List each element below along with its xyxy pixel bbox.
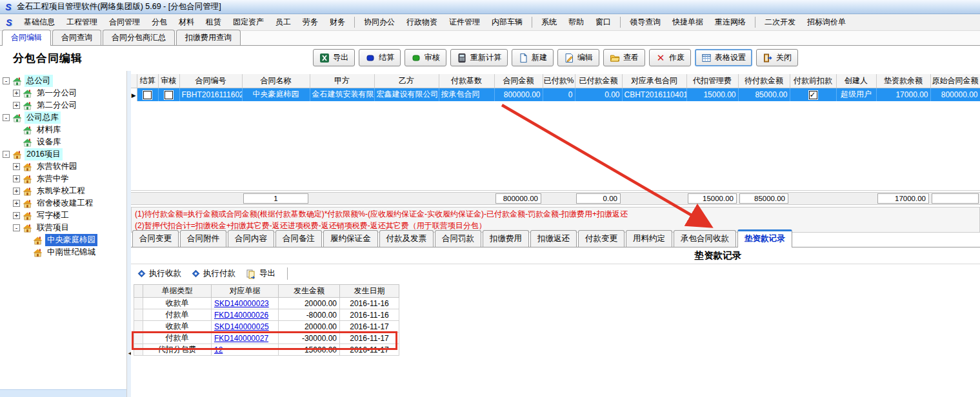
collapse-toggle-icon[interactable]: -	[3, 114, 10, 121]
menu-item[interactable]: 合同管理	[103, 14, 146, 30]
tree-node-label[interactable]: 总公司	[25, 75, 53, 87]
document-link[interactable]: 12	[214, 345, 223, 354]
tab-advance-fund-records[interactable]: 垫资款记录	[737, 229, 792, 247]
expand-toggle-icon[interactable]: +	[13, 200, 20, 207]
detail-row[interactable]: 付款单 FKD140000026 -8000.00 2016-11-16	[134, 309, 399, 321]
detail-export-button[interactable]: 导出	[246, 268, 275, 279]
tab-contract-penalty[interactable]: 合同罚款	[435, 230, 481, 247]
creator-cell[interactable]: 超级用户	[836, 88, 876, 101]
edit-button[interactable]: 编辑	[557, 49, 599, 66]
menu-item[interactable]: 劳务	[297, 14, 324, 30]
column-header[interactable]: 已付款%	[543, 74, 575, 88]
column-header[interactable]: 单据类型	[143, 285, 212, 298]
tab-contract-content[interactable]: 合同内容	[228, 230, 274, 247]
column-header[interactable]: 合同名称	[242, 74, 310, 88]
tree-node-project[interactable]: + 东营软件园	[0, 160, 126, 173]
contract-row-selected[interactable]: ▶ FBHT2016111602 中央豪庭柿园 金石建筑安装有限 宏鑫建设有限公…	[131, 88, 980, 101]
expand-toggle-icon[interactable]: +	[13, 90, 20, 97]
tree-node-label[interactable]: 第一分公司	[35, 87, 79, 99]
pre-payment-deduct-cell[interactable]	[790, 88, 836, 101]
menu-item[interactable]: 内部车辆	[486, 14, 528, 30]
execute-payment-button[interactable]: 执行付款	[192, 268, 235, 279]
withheld-fee-cell[interactable]: 15000.00	[686, 88, 738, 101]
contract-amount-cell[interactable]: 800000.00	[494, 88, 543, 101]
menu-item[interactable]: 二次开发	[759, 14, 801, 30]
settle-cell[interactable]	[137, 88, 158, 101]
expand-toggle-icon[interactable]: +	[13, 102, 20, 109]
paid-amount-cell[interactable]: 0.00	[575, 88, 622, 101]
tab-main-contract-receipts[interactable]: 承包合同收款	[674, 230, 736, 247]
panel-splitter[interactable]: ◄	[126, 71, 131, 397]
view-button[interactable]: 查看	[603, 49, 645, 66]
tab-payment-invoice[interactable]: 付款及发票	[379, 230, 434, 247]
pre-payment-deduct-checkbox[interactable]	[809, 91, 817, 99]
contract-no-cell[interactable]: FBHT2016111602	[179, 88, 242, 101]
menu-item[interactable]: 财务	[324, 14, 351, 30]
tree-node-label[interactable]: 设备库	[35, 136, 63, 148]
document-link[interactable]: SKD140000023	[214, 299, 269, 308]
execute-receipt-button[interactable]: 执行收款	[137, 268, 181, 279]
column-header[interactable]: 合同编号	[179, 74, 242, 88]
menu-item[interactable]: 工程管理	[61, 14, 103, 30]
payable-amount-cell[interactable]: 85000.00	[738, 88, 790, 101]
detail-row-withheld-subcontract-fee[interactable]: 代扣分包费 12 15000.00 2016-11-17	[134, 344, 399, 356]
tree-node-label[interactable]: 公司总库	[25, 111, 61, 124]
menu-item[interactable]: 租赁	[200, 14, 227, 30]
column-header[interactable]: 发生金额	[279, 285, 340, 298]
advance-balance-cell[interactable]: 17000.00	[876, 88, 930, 101]
column-header[interactable]: 发生日期	[340, 285, 399, 298]
audit-cell[interactable]	[158, 88, 179, 101]
menu-item[interactable]: 协同办公	[358, 14, 401, 30]
tab-withhold-fee-query[interactable]: 扣缴费用查询	[176, 30, 241, 45]
related-contract-cell[interactable]: CBHT2016110401	[622, 88, 686, 101]
column-header[interactable]: 审核	[158, 74, 179, 88]
tree-node-company-store[interactable]: - 公司总库	[0, 111, 126, 124]
close-button[interactable]: 关闭	[756, 49, 798, 66]
tree-node-project[interactable]: 中南世纪锦城	[0, 246, 126, 258]
settle-checkbox[interactable]	[143, 91, 152, 99]
contract-name-cell[interactable]: 中央豪庭柿园	[242, 88, 310, 101]
party-a-cell[interactable]: 金石建筑安装有限	[310, 88, 374, 101]
menu-item[interactable]: 行政物资	[401, 14, 443, 30]
column-header[interactable]: 待付款金额	[738, 74, 790, 88]
column-header[interactable]: 对应承包合同	[622, 74, 686, 88]
column-header[interactable]: 已付款金额	[575, 74, 622, 88]
audit-button[interactable]: 审核	[405, 49, 446, 66]
menu-item[interactable]: 窗口	[590, 14, 617, 30]
collapse-toggle-icon[interactable]: -	[13, 224, 20, 231]
tab-contract-change[interactable]: 合同变更	[132, 230, 179, 247]
menu-item[interactable]: 快捷单据	[666, 14, 709, 30]
tree-node-joint-projects[interactable]: - 联营项目	[0, 222, 126, 234]
menu-item[interactable]: 招标询价单	[801, 14, 852, 30]
void-button[interactable]: ✕ 作废	[649, 49, 691, 66]
tree-node-label[interactable]: 2016项目	[25, 148, 63, 160]
tab-contract-remark[interactable]: 合同备注	[275, 230, 322, 247]
tree-node-2016-projects[interactable]: - 2016项目	[0, 148, 126, 160]
tree-node-label[interactable]: 材料库	[35, 124, 63, 136]
tab-performance-bond[interactable]: 履约保证金	[323, 230, 378, 247]
document-link[interactable]: SKD140000025	[214, 322, 269, 331]
tree-node-branch2[interactable]: + 第二分公司	[0, 99, 126, 111]
expand-toggle-icon[interactable]: +	[13, 212, 20, 219]
tree-node-label[interactable]: 东营中学	[35, 173, 71, 185]
detail-row[interactable]: 收款单 SKD140000023 20000.00 2016-11-16	[134, 298, 399, 309]
column-header[interactable]: 付款基数	[439, 74, 494, 88]
column-header[interactable]: 垫资款余额	[876, 74, 930, 88]
document-link[interactable]: FKD140000026	[214, 311, 268, 320]
audit-checkbox[interactable]	[165, 91, 173, 99]
column-header[interactable]: 结算	[137, 74, 158, 88]
tab-material-agreement[interactable]: 用料约定	[626, 230, 672, 247]
tree-node-central-project-selected[interactable]: 中央豪庭柿园	[0, 234, 126, 246]
tree-node-label[interactable]: 中央豪庭柿园	[45, 234, 97, 246]
column-header[interactable]: 创建人	[836, 74, 876, 88]
column-header[interactable]: 付款前扣款	[790, 74, 836, 88]
tree-node-label[interactable]: 中南世纪锦城	[45, 246, 97, 258]
tree-node-label[interactable]: 东营软件园	[35, 160, 79, 173]
expand-toggle-icon[interactable]: +	[13, 175, 20, 182]
document-link[interactable]: FKD140000027	[214, 334, 268, 343]
tree-node-label[interactable]: 东凯学校工程	[35, 185, 87, 197]
menu-item[interactable]: 系统	[535, 14, 563, 30]
tab-payment-change[interactable]: 付款变更	[578, 230, 625, 247]
tree-node-branch1[interactable]: + 第一分公司	[0, 87, 126, 99]
menu-item[interactable]: 重连网络	[709, 14, 752, 30]
